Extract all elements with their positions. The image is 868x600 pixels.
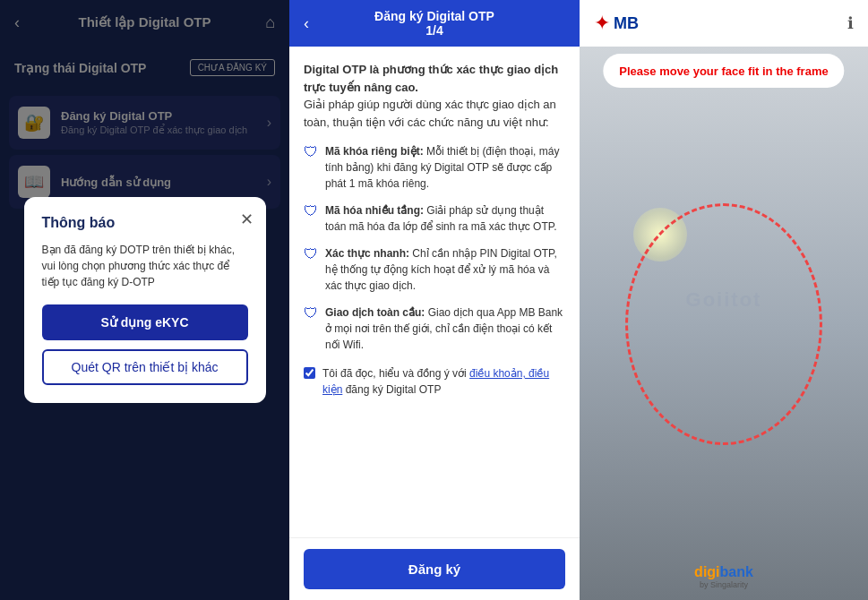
- register-button[interactable]: Đăng ký: [304, 549, 565, 589]
- middle-header: ‹ Đăng ký Digital OTP 1/4: [289, 0, 580, 47]
- mb-logo: ✦ MB: [594, 12, 639, 35]
- shield-icon-2: 🛡: [304, 203, 318, 219]
- feature-item-4: 🛡 Giao dịch toàn cầu: Giao dịch qua App …: [304, 304, 565, 353]
- feature-item-3: 🛡 Xác thực nhanh: Chỉ cần nhập PIN Digit…: [304, 245, 565, 294]
- middle-content: Digital OTP là phương thức xác thực giao…: [289, 47, 580, 537]
- shield-icon-4: 🛡: [304, 305, 318, 321]
- modal-title: Thông báo: [42, 215, 248, 231]
- info-button[interactable]: ℹ: [847, 13, 854, 33]
- modal-dialog: Thông báo ✕ Bạn đã đăng ký DOTP trên thi…: [24, 197, 266, 403]
- face-oval: [625, 203, 822, 445]
- right-panel: ✦ MB ℹ Goiitot Please move your face fit…: [580, 0, 868, 600]
- right-header: ✦ MB ℹ: [580, 0, 868, 47]
- terms-link[interactable]: điều khoản, điều kiện: [322, 367, 549, 396]
- digibank-subtitle: by Singalarity: [700, 580, 748, 589]
- ekyc-button[interactable]: Sử dụng eKYC: [42, 304, 248, 340]
- terms-checkbox-row: Tôi đã đọc, hiểu và đồng ý với điều khoả…: [304, 365, 565, 398]
- qr-scan-button[interactable]: Quét QR trên thiết bị khác: [42, 349, 248, 385]
- middle-back-button[interactable]: ‹: [304, 14, 309, 33]
- face-frame: [625, 203, 822, 445]
- mb-logo-text: MB: [614, 14, 639, 33]
- left-panel: ‹ Thiết lập Digital OTP ⌂ Trạng thái Dig…: [0, 0, 289, 600]
- bank-label: bank: [720, 564, 753, 579]
- middle-panel: ‹ Đăng ký Digital OTP 1/4 Digital OTP là…: [289, 0, 580, 600]
- prompt-box: Please move your face fit in the frame: [603, 54, 844, 88]
- feature-item-1: 🛡 Mã khóa riêng biệt: Mỗi thiết bị (điện…: [304, 143, 565, 192]
- mb-logo-icon: ✦: [594, 12, 610, 35]
- feature-title-2: Mã hóa nhiều tầng:: [325, 204, 424, 217]
- terms-text: Tôi đã đọc, hiểu và đồng ý với điều khoả…: [322, 365, 565, 398]
- middle-footer: Đăng ký: [289, 537, 580, 600]
- modal-close-button[interactable]: ✕: [240, 210, 254, 229]
- shield-icon-3: 🛡: [304, 246, 318, 262]
- feature-item-2: 🛡 Mã hóa nhiều tầng: Giải pháp sử dụng t…: [304, 202, 565, 235]
- feature-list: 🛡 Mã khóa riêng biệt: Mỗi thiết bị (điện…: [304, 143, 565, 353]
- digi-label: digi: [694, 564, 719, 579]
- modal-overlay: Thông báo ✕ Bạn đã đăng ký DOTP trên thi…: [0, 0, 289, 600]
- digibank-watermark: digibank by Singalarity: [694, 564, 753, 589]
- shield-icon-1: 🛡: [304, 144, 318, 160]
- modal-body: Bạn đã đăng ký DOTP trên thiết bị khác, …: [42, 242, 248, 290]
- prompt-text: Please move your face fit in the frame: [619, 64, 828, 78]
- intro-text: Digital OTP là phương thức xác thực giao…: [304, 61, 565, 131]
- feature-title-4: Giao dịch toàn cầu:: [325, 306, 425, 319]
- middle-title: Đăng ký Digital OTP: [374, 9, 494, 23]
- terms-checkbox[interactable]: [304, 367, 315, 379]
- feature-title-3: Xác thực nhanh:: [325, 247, 409, 260]
- middle-subtitle: 1/4: [374, 23, 494, 38]
- feature-title-1: Mã khóa riêng biệt:: [325, 145, 424, 158]
